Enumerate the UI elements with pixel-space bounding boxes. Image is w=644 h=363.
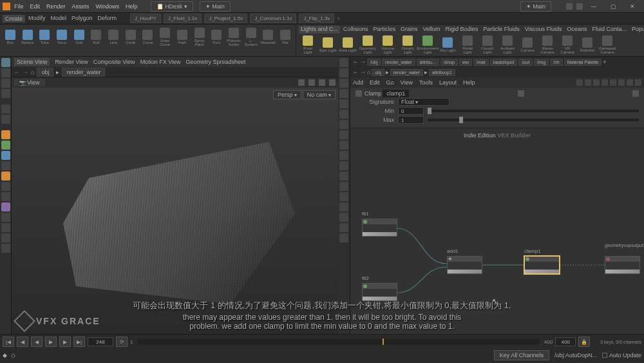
tool-icon[interactable] [1,223,10,232]
menu-help[interactable]: Help [126,3,138,10]
path-seg[interactable]: /shop [440,59,458,66]
view-tool-icon[interactable] [329,79,336,86]
node-menu-add[interactable]: Add [353,79,363,86]
shelf-tool[interactable]: Grid [71,27,87,46]
path-seg[interactable]: /mat [473,59,489,66]
scale-tool-icon[interactable] [1,89,10,98]
node-add1[interactable]: + [447,256,482,274]
last-frame-button[interactable]: ▶| [73,337,85,347]
shelf-tool[interactable]: Sky Light [439,35,457,54]
node-geomoutput[interactable] [605,256,640,274]
shelf-tool[interactable]: Area Light [339,35,357,54]
node-menu-edit[interactable]: Edit [370,79,380,86]
shelf-tool[interactable]: Null [89,27,104,46]
gear-icon[interactable] [518,90,524,97]
key-all-button[interactable]: Key All Channels [494,350,549,360]
menu-windows[interactable]: Windows [96,3,120,10]
snap-tool-icon[interactable] [1,104,10,113]
shelf-tab[interactable]: Create [3,15,25,23]
display-opt-icon[interactable] [339,182,348,191]
desk-selector[interactable]: 📋 HDesk ▾ [151,1,193,12]
node-fit2[interactable] [362,283,397,301]
cloud-icon[interactable] [566,3,573,10]
shelf-tool[interactable]: Gamepad Camera [598,35,616,54]
path-seg[interactable]: Material Palette [564,59,602,66]
node-menu-layout[interactable]: Layout [439,79,457,86]
shelf-tab[interactable]: Modify [26,15,48,23]
play-button[interactable]: ▶ [45,337,57,347]
path-seg[interactable]: basicliquid [490,59,518,66]
tab-motionfx-view[interactable]: Motion FX View [140,59,181,65]
shelf-tool[interactable]: Torus [54,27,70,46]
add-tab-button[interactable]: + [337,15,340,22]
shelf-tab[interactable]: Model [49,15,69,23]
shelf-tool[interactable]: Draw Curve [157,27,173,46]
view-tool-icon[interactable] [298,79,305,86]
select-tool-icon[interactable] [1,58,10,67]
display-opt-icon[interactable] [339,213,348,222]
notify-icon[interactable] [576,3,583,10]
shelf-tab[interactable]: Fluid Conta... [591,26,629,34]
path-seg[interactable]: render_water [382,59,415,66]
tool-icon[interactable] [1,115,10,124]
back-icon[interactable]: ← [14,69,20,75]
menu-render[interactable]: Render [46,3,66,10]
display-opt-icon[interactable] [339,161,348,170]
forward-icon[interactable]: → [360,69,366,75]
path-seg[interactable]: /ch [550,59,562,66]
max-slider[interactable] [428,119,639,121]
display-opt-icon[interactable] [339,79,348,88]
tool-icon[interactable] [1,182,10,191]
tab-scene-view[interactable]: Scene View [14,58,50,66]
display-opt-icon[interactable] [339,130,348,139]
display-opt-icon[interactable] [339,110,348,119]
shelf-tool[interactable]: Spot Light [319,35,337,54]
auto-update-toggle[interactable]: Auto Update [602,350,641,360]
shelf-tab[interactable]: Deform [96,15,119,23]
tool-icon[interactable] [1,213,10,222]
node-menu-help[interactable]: Help [463,79,475,86]
project-tab[interactable]: J_HouPY [130,14,161,23]
shelf-tool[interactable]: Font [209,27,224,46]
pane-main-right[interactable]: ✦ Main [520,1,551,12]
display-opt-icon[interactable] [339,223,348,232]
shelf-tool[interactable]: Spray Paint [192,27,207,46]
display-opt-icon[interactable] [339,172,348,181]
node-tool-icon[interactable] [601,79,608,86]
display-opt-icon[interactable] [339,151,348,160]
shelf-tool[interactable]: Caustic Light [478,35,497,54]
tool-icon[interactable] [1,151,10,160]
maximize-button[interactable]: ▢ [604,2,622,11]
forward-icon[interactable]: → [23,69,28,75]
display-opt-icon[interactable] [339,58,348,67]
shelf-tool[interactable]: Box [3,27,18,46]
path-seg[interactable]: /obj [367,59,381,66]
add-path-icon[interactable]: + [603,59,606,65]
path-segment[interactable]: render_water [62,68,105,77]
shelf-tool[interactable]: Geometry Light [359,35,377,54]
shelf-tab[interactable]: Lights and C... [299,26,340,34]
view-tool-icon[interactable] [319,79,325,86]
path-seg[interactable]: attribu... [417,59,439,66]
tab-geom-spreadsheet[interactable]: Geometry Spreadsheet [185,59,245,65]
node-menu-tools[interactable]: Tools [419,79,433,86]
tool-icon[interactable] [1,141,10,150]
node-menu-go[interactable]: Go [386,79,394,86]
close-button[interactable]: ✕ [623,2,641,11]
move-tool-icon[interactable] [1,68,10,77]
tool-icon[interactable] [1,233,10,242]
signature-select[interactable]: Float ▾ [398,98,450,106]
project-tab[interactable]: J_Common 1.1v [250,14,296,23]
current-frame-input[interactable] [88,337,113,346]
shelf-tab[interactable]: Populate Con... [630,26,644,34]
node-clamp1[interactable] [524,256,560,274]
path-seg[interactable]: /out [518,59,533,66]
shelf-tool[interactable]: Circle [123,27,138,46]
keyframe-button[interactable]: ◆ [3,352,7,358]
forward-icon[interactable]: → [360,59,366,65]
persp-selector[interactable]: Persp ▾ [273,90,301,99]
shelf-tool[interactable]: Tube [37,27,52,46]
menu-assets[interactable]: Assets [72,3,90,10]
tab-render-view[interactable]: Render View [55,59,88,65]
display-opt-icon[interactable] [339,233,348,242]
